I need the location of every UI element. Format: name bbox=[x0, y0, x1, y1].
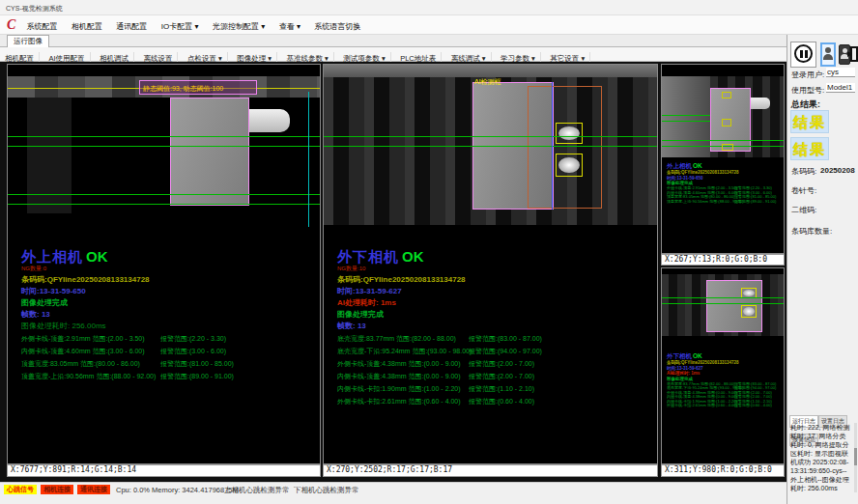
connector-tab bbox=[751, 98, 770, 109]
menu-bar: C 系统配置 相机配置 通讯配置 IO卡配置 ▾ 光源控制配置 ▾ 查看 ▾ 系… bbox=[0, 15, 858, 35]
qr-code-label: 二维码: bbox=[791, 205, 816, 215]
elapsed-line: 图像处理耗时: 256.00ms bbox=[21, 321, 106, 331]
time-line: 时间:13-31-59-627 bbox=[337, 286, 402, 296]
measurement-row: 内侧卡线-顶盖:4.38mm 范围:(0.00 - 9.00)报警范围:(2.0… bbox=[337, 372, 534, 381]
process-done-line: 图像处理完成 bbox=[337, 309, 384, 320]
menu-camera-config[interactable]: 相机配置 bbox=[67, 17, 107, 37]
process-done-line: 图像处理完成 bbox=[21, 297, 68, 308]
measurement-row: 顶盖宽度:83.05mm 范围:(80.00 - 86.00)报警范围:(81.… bbox=[21, 359, 234, 369]
result-ok: OK bbox=[86, 248, 108, 265]
edge-line bbox=[308, 92, 309, 227]
measure-line bbox=[662, 303, 784, 304]
threshold-overlay: 静态阈值:93, 动态阈值:100 bbox=[139, 80, 257, 95]
menu-view[interactable]: 查看 ▾ bbox=[274, 17, 305, 37]
user-head bbox=[825, 47, 831, 53]
measurement-text: 顶盖宽度-上沿:90.56mm 范围:(88.00 - 92.00) bbox=[21, 372, 160, 381]
measurement-text: 外侧卡线-顶盖:4.38mm 范围:(0.00 - 9.00) bbox=[337, 359, 469, 369]
measure-line bbox=[8, 204, 320, 205]
measurement-row: 外侧卡线-顶盖:2.91mm 范围:(2.00 - 3.50)报警范围:(2.2… bbox=[21, 334, 226, 344]
mini-result-panel: 外上相机OK 条码码:QFYIine20250208133134728 时间:1… bbox=[667, 161, 781, 204]
measure-line bbox=[8, 146, 320, 147]
alarm-range: 报警范围:(83.00 - 87.00) bbox=[469, 335, 542, 342]
pause-icon bbox=[794, 44, 813, 63]
measure-line bbox=[324, 146, 657, 147]
product-block bbox=[170, 98, 249, 206]
alarm-range: 报警范围:(0.60 - 4.00) bbox=[469, 398, 534, 405]
result-ok: OK bbox=[402, 248, 424, 265]
top-camera-warning: 上相机心跳检测异常 bbox=[224, 486, 290, 495]
small-bottom-camera-view[interactable]: 外下相机OK 条码码:QFYIine20250208133134728 时间:1… bbox=[661, 267, 785, 464]
user-icon bbox=[822, 47, 834, 60]
measurement-text: 顶盖宽度:83.05mm 范围:(80.00 - 86.00) bbox=[21, 359, 160, 369]
menu-light-config[interactable]: 光源控制配置 ▾ bbox=[208, 17, 270, 37]
frame-count-line: 帧数: 13 bbox=[21, 309, 50, 320]
middle-view-coordinates: X:270;Y:2502;R:17;G:17;B:17 bbox=[323, 464, 658, 477]
log-scrollbar-thumb[interactable] bbox=[854, 448, 857, 465]
menu-system-config[interactable]: 系统配置 bbox=[21, 17, 62, 37]
window-title: CYS-视觉检测系统 bbox=[6, 4, 63, 14]
time-line: 时间:13-31-59-650 bbox=[21, 286, 86, 296]
ng-count: NG数量:10 bbox=[337, 265, 365, 273]
bottom-camera-warning: 下相机心跳检测异常 bbox=[294, 486, 359, 495]
measure-line bbox=[662, 121, 710, 122]
ng-count: NG数量:0 bbox=[21, 265, 46, 273]
model-field[interactable]: Model1 bbox=[826, 83, 855, 93]
menu-comm-config[interactable]: 通讯配置 bbox=[111, 17, 152, 37]
measurement-text: 外侧卡线-顶盖:2.91mm 范围:(2.00 - 3.50) bbox=[21, 334, 160, 344]
pause-button[interactable] bbox=[790, 42, 816, 68]
measure-line bbox=[324, 136, 657, 137]
sidebar-barcode-label: 条码码: bbox=[791, 166, 816, 177]
ai-detect-rect bbox=[528, 86, 602, 209]
result-box-top: 结果 bbox=[790, 110, 829, 133]
barcode-count-label: 条码库数量: bbox=[791, 226, 832, 237]
user-body bbox=[823, 54, 833, 60]
exit-button[interactable] bbox=[847, 42, 858, 67]
bottom-status-bar: 心跳信号 相机连接 通讯连接 Cpu: 0.0% Memory: 3424.41… bbox=[0, 482, 786, 495]
tab-run-image[interactable]: 运行图像 bbox=[7, 35, 49, 47]
measure-line bbox=[662, 297, 784, 298]
menu-io-config[interactable]: IO卡配置 ▾ bbox=[157, 17, 204, 37]
barcode-line: 条码码:QFYIine20250208133134728 bbox=[337, 274, 466, 285]
pin-number-label: 卷针号: bbox=[791, 185, 816, 196]
result-box-bottom: 结果 bbox=[790, 137, 829, 160]
small-bottom-coordinates: X:311;Y:980;R:0;G:0;B:0 bbox=[661, 464, 785, 477]
weld-spot bbox=[558, 126, 580, 140]
alarm-range: 报警范围:(2.20 - 3.30) bbox=[160, 335, 226, 342]
small-top-camera-view[interactable]: 外上相机OK 条码码:QFYIine20250208133134728 时间:1… bbox=[661, 64, 785, 254]
heartbeat-badge: 心跳信号 bbox=[4, 485, 37, 494]
machine-top-rail bbox=[324, 65, 657, 77]
user-button[interactable] bbox=[820, 42, 836, 67]
measurement-row: 内侧卡线-顶盖:4.60mm 范围:(3.00 - 6.00)报警范围:(3.0… bbox=[21, 347, 226, 356]
camera-name: 外上相机 bbox=[667, 162, 692, 170]
alarm-range: 报警范围:(3.00 - 6.00) bbox=[160, 348, 226, 354]
menu-language[interactable]: 系统语言切换 bbox=[309, 17, 365, 37]
alarm-range: 报警范围:(0.60 - 4.00) bbox=[734, 404, 772, 408]
measurement-text: 内侧卡线-卡扣:1.90mm 范围:(1.00 - 2.20) bbox=[337, 384, 469, 394]
alarm-range: 报警范围:(89.00 - 91.00) bbox=[734, 199, 776, 204]
marker-box bbox=[722, 92, 731, 98]
measure-line bbox=[8, 136, 320, 137]
measurement-text: 外侧卡线-卡扣:2.61mm 范围:(0.60 - 4.00) bbox=[337, 397, 469, 406]
pause-bar bbox=[805, 50, 808, 58]
pause-bar bbox=[800, 50, 803, 58]
measure-line bbox=[662, 115, 710, 116]
camera-result-title: 外上相机OK bbox=[667, 161, 781, 170]
brand-logo-icon: C bbox=[7, 17, 15, 33]
left-camera-view[interactable]: 静态阈值:93, 动态阈值:100 外上相机OK NG数量:0 条码码:QFYI… bbox=[7, 64, 321, 464]
frame-count-line: 帧数: 13 bbox=[337, 321, 366, 331]
middle-camera-view[interactable]: AI检测框 外下相机OK NG数量:10 条码码:QFYIine20250208… bbox=[323, 64, 658, 464]
log-text: 耗时: 222, 网络检测耗时: 17, 网络分类耗时: 0, 网络提取分区耗时… bbox=[790, 423, 852, 492]
measurement-row: 外侧卡线-顶盖:4.38mm 范围:(0.00 - 9.00)报警范围:(2.0… bbox=[337, 359, 534, 369]
measure-line bbox=[662, 140, 784, 141]
connector-tab bbox=[249, 109, 290, 132]
cpu-memory-text: Cpu: 0.0% Memory: 3424.41796875M bbox=[116, 486, 239, 494]
measurement-text: 底壳宽度-下沿:95.24mm 范围:(93.00 - 98.00) bbox=[337, 347, 469, 356]
log-scrollbar[interactable] bbox=[854, 423, 857, 492]
measurement-row: 顶盖宽度-上沿:90.56mm 范围:(88.00 - 92.00)报警范围:(… bbox=[667, 199, 781, 204]
login-user-field[interactable]: cys bbox=[826, 68, 855, 77]
camera-name: 外上相机 bbox=[21, 248, 83, 265]
measurement-row: 顶盖宽度-上沿:90.56mm 范围:(88.00 - 92.00)报警范围:(… bbox=[21, 372, 234, 381]
measurement-row: 外侧卡线-卡扣:2.61mm 范围:(0.60 - 4.00)报警范围:(0.6… bbox=[667, 404, 781, 408]
alarm-range: 报警范围:(2.00 - 7.00) bbox=[469, 360, 534, 367]
toolbar: 相机配置 AI使用配置 相机调试 离线设置 点检设置 ▾ 图像处理 ▾ 基准线参… bbox=[0, 47, 786, 62]
